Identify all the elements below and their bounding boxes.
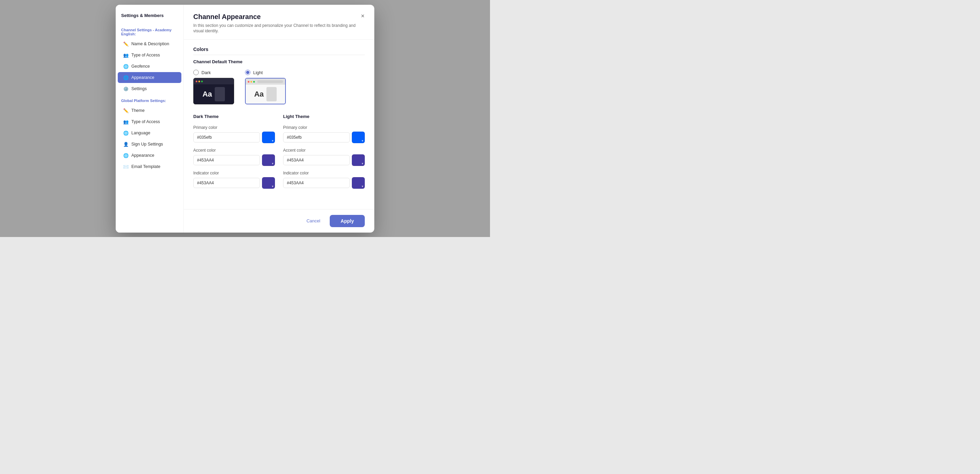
gear-icon: ⚙️ [123,86,129,92]
preview-box [215,87,225,101]
envelope-icon: ✉️ [123,164,129,169]
light-primary-swatch[interactable] [352,132,365,143]
modal-title: Channel Appearance [193,13,365,21]
sidebar-item-geofence[interactable]: 🌐 Geofence [118,61,181,72]
light-accent-swatch[interactable] [352,154,365,166]
sidebar-item-email-template[interactable]: ✉️ Email Template [118,161,181,172]
light-accent-color-row: Accent color [283,148,365,166]
users-icon: 👥 [123,52,129,58]
light-theme-preview: Aa [245,78,286,105]
preview-body: Aa [194,84,234,104]
preview-address-bar [257,80,283,83]
globe-circle-icon: 🌐 [123,153,129,158]
light-indicator-swatch[interactable] [352,177,365,189]
sidebar: Settings & Members Channel Settings - Ac… [116,5,184,233]
light-accent-input-wrapper [283,154,365,166]
sidebar-item-label: Appearance [131,153,154,158]
modal-body: Colors Channel Default Theme Dark [184,40,374,209]
preview-aa-text: Aa [254,90,264,98]
light-theme-option: Light Aa [245,70,286,105]
dark-theme-title: Dark Theme [193,114,275,119]
sidebar-item-theme[interactable]: ✏️ Theme [118,105,181,116]
sidebar-item-label: Email Template [131,164,160,169]
dark-primary-label: Primary color [193,125,275,130]
light-accent-label: Accent color [283,148,365,153]
light-primary-color-row: Primary color [283,125,365,143]
preview-aa-text: Aa [202,90,212,98]
light-theme-radio[interactable] [245,70,250,75]
dark-primary-color-input[interactable] [193,132,260,143]
sidebar-item-label: Theme [131,108,145,113]
sidebar-item-name-description[interactable]: ✏️ Name & Description [118,38,181,49]
sidebar-item-label: Sign Up Settings [131,142,163,147]
sidebar-item-type-of-access-global[interactable]: 👥 Type of Access [118,116,181,127]
dark-accent-input-wrapper [193,154,275,166]
sidebar-item-sign-up-settings[interactable]: 👤 Sign Up Settings [118,139,181,150]
dark-theme-colors: Dark Theme Primary color Accent color [193,114,275,189]
dark-indicator-input-wrapper [193,177,275,189]
sidebar-title: Settings & Members [116,13,183,24]
dot-red [248,81,250,82]
sidebar-item-type-of-access[interactable]: 👥 Type of Access [118,50,181,60]
sidebar-item-appearance-global[interactable]: 🌐 Appearance [118,150,181,161]
users-icon: 👥 [123,119,129,124]
settings-modal: Settings & Members Channel Settings - Ac… [116,5,374,233]
preview-box [266,87,277,101]
light-indicator-color-input[interactable] [283,178,350,188]
sidebar-item-label: Settings [131,86,147,91]
globe-icon: 🌐 [123,63,129,69]
modal-header: Channel Appearance In this section you c… [184,5,374,40]
globe-circle-icon: 🌐 [123,75,129,80]
sidebar-item-label: Appearance [131,75,154,80]
sidebar-item-settings[interactable]: ⚙️ Settings [118,83,181,94]
preview-titlebar [194,78,234,84]
light-indicator-color-row: Indicator color [283,171,365,189]
dark-theme-preview: Aa [193,78,234,105]
light-theme-label: Light [253,70,263,75]
theme-options: Dark Aa [193,70,365,105]
dark-primary-swatch[interactable] [262,132,275,143]
sidebar-item-label: Name & Description [131,41,169,46]
dark-accent-color-row: Accent color [193,148,275,166]
sidebar-item-label: Type of Access [131,53,160,57]
colors-section-label: Colors [193,47,365,55]
light-primary-label: Primary color [283,125,365,130]
dark-primary-color-row: Primary color [193,125,275,143]
light-primary-input-wrapper [283,132,365,143]
close-button[interactable]: × [358,11,368,21]
light-accent-color-input[interactable] [283,155,350,165]
pencil-icon: ✏️ [123,41,129,47]
dark-accent-swatch[interactable] [262,154,275,166]
global-section-label: Global Platform Settings: [116,95,183,105]
sidebar-item-label: Type of Access [131,119,160,124]
cancel-button[interactable]: Cancel [301,216,326,226]
dot-green [253,81,255,82]
globe-icon: 🌐 [123,130,129,136]
preview-body: Aa [246,85,285,104]
dark-accent-label: Accent color [193,148,275,153]
dark-theme-header: Dark [193,70,211,75]
light-theme-header: Light [245,70,263,75]
modal-footer: Cancel Apply [184,209,374,233]
dark-accent-color-input[interactable] [193,155,260,165]
pencil-icon: ✏️ [123,108,129,113]
light-indicator-input-wrapper [283,177,365,189]
dot-green [201,81,203,82]
dark-indicator-color-input[interactable] [193,178,260,188]
light-indicator-label: Indicator color [283,171,365,176]
light-theme-title: Light Theme [283,114,365,119]
color-themes-grid: Dark Theme Primary color Accent color [193,114,365,189]
dot-yellow [198,81,200,82]
theme-section-title: Channel Default Theme [193,59,365,64]
dark-primary-input-wrapper [193,132,275,143]
light-primary-color-input[interactable] [283,132,350,143]
modal-subtitle: In this section you can customize and pe… [193,23,365,34]
sidebar-item-language[interactable]: 🌐 Language [118,127,181,138]
apply-button[interactable]: Apply [330,215,365,227]
dark-theme-label: Dark [202,70,211,75]
sidebar-item-appearance[interactable]: 🌐 Appearance [118,72,181,83]
sidebar-item-label: Geofence [131,64,150,69]
dark-indicator-swatch[interactable] [262,177,275,189]
dark-theme-radio[interactable] [193,70,199,75]
dark-theme-option: Dark Aa [193,70,234,105]
